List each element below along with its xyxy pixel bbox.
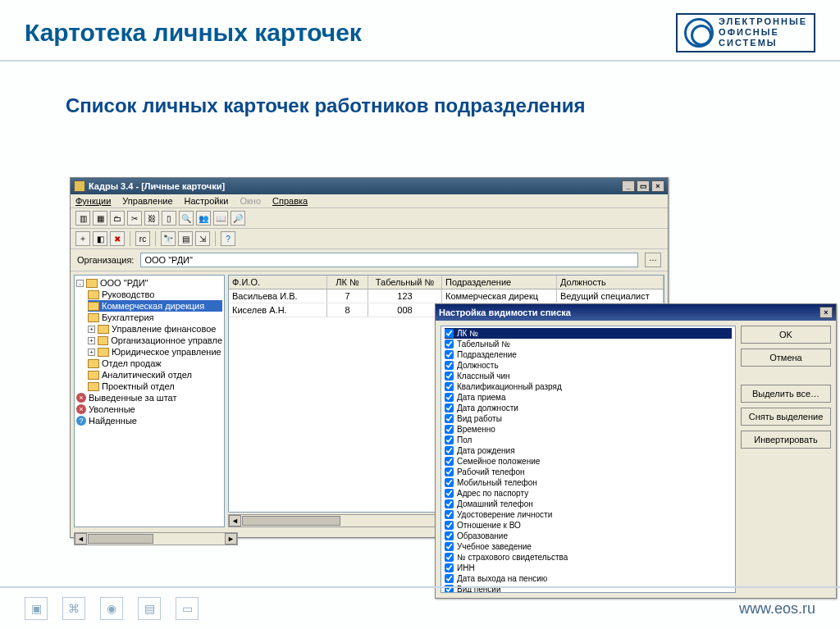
tool-book-icon[interactable]: 📖	[213, 211, 228, 226]
tool-folder-icon[interactable]: 🗀	[110, 211, 125, 226]
checkbox[interactable]	[445, 393, 454, 402]
checklist-item[interactable]: ЛК №	[445, 328, 732, 339]
invert-button[interactable]: Инвертировать	[741, 431, 831, 449]
tree-item[interactable]: Аналитический отдел	[102, 370, 192, 380]
scroll-left-icon[interactable]: ◄	[75, 533, 87, 545]
checkbox[interactable]	[445, 340, 454, 349]
titlebar[interactable]: Кадры 3.4 - [Личные карточки] _ ▭ ×	[71, 178, 668, 194]
tool-export-icon[interactable]: ⇲	[195, 231, 210, 246]
checkbox[interactable]	[445, 403, 454, 412]
checklist-item[interactable]: Временно	[445, 424, 732, 435]
checklist-item[interactable]: Подразделение	[445, 349, 732, 360]
scroll-left-icon[interactable]: ◄	[229, 515, 241, 526]
table-row[interactable]: Васильева И.В. 7 123 Коммерческая дирекц…	[229, 289, 664, 303]
tool-cut-icon[interactable]: ✂	[127, 211, 142, 226]
tool-find-icon[interactable]: 🔭	[161, 231, 176, 246]
tool-new-icon[interactable]: ＋	[75, 231, 90, 246]
checkbox[interactable]	[445, 371, 454, 381]
checklist-item[interactable]: Должность	[445, 360, 732, 371]
cancel-button[interactable]: Отмена	[741, 349, 831, 367]
column-checklist[interactable]: ЛК №Табельный №ПодразделениеДолжностьКла…	[441, 326, 736, 593]
tree-pane[interactable]: -ООО "РДИ" Руководство Коммерческая дире…	[74, 275, 225, 527]
checklist-item[interactable]: Пол	[445, 435, 732, 445]
col-fio[interactable]: Ф.И.О.	[229, 276, 327, 289]
checkbox[interactable]	[445, 563, 454, 572]
tree-item-out[interactable]: Выведенные за штат	[89, 393, 176, 403]
tool-list-icon[interactable]: ▦	[93, 211, 107, 226]
checkbox[interactable]	[445, 521, 454, 530]
checkbox[interactable]	[445, 510, 454, 519]
tree-item[interactable]: Юридическое управление	[112, 347, 221, 357]
tree-item-selected[interactable]: Коммерческая дирекция	[102, 301, 204, 311]
tree-item[interactable]: Руководство	[102, 289, 154, 299]
maximize-button[interactable]: ▭	[637, 180, 650, 192]
menu-window[interactable]: Окно	[240, 196, 261, 206]
checklist-item[interactable]: Учебное заведение	[445, 541, 732, 552]
checklist-item[interactable]: Семейное положение	[445, 456, 732, 467]
checklist-item[interactable]: Дата выхода на пенсию	[445, 573, 732, 584]
checkbox[interactable]	[445, 531, 454, 540]
checklist-item[interactable]: Адрес по паспорту	[445, 488, 732, 499]
dialog-titlebar[interactable]: Настройка видимости списка ×	[436, 304, 836, 321]
checklist-item[interactable]: Домашний телефон	[445, 499, 732, 509]
tree-item-found[interactable]: Найденные	[89, 416, 137, 426]
checkbox[interactable]	[445, 457, 454, 466]
minimize-button[interactable]: _	[622, 180, 635, 192]
checkbox[interactable]	[445, 435, 454, 444]
expand-icon[interactable]: +	[88, 337, 95, 344]
checklist-item[interactable]: Мобильный телефон	[445, 477, 732, 488]
select-all-button[interactable]: Выделить все…	[741, 385, 831, 403]
menu-settings[interactable]: Настройки	[185, 196, 229, 206]
checklist-item[interactable]: Дата приема	[445, 392, 732, 403]
tree-item[interactable]: Проектный отдел	[102, 381, 175, 391]
checkbox[interactable]	[445, 350, 454, 359]
deselect-all-button[interactable]: Снять выделение	[741, 408, 831, 426]
checklist-item[interactable]: № страхового свидетельства	[445, 552, 732, 563]
checklist-item[interactable]: Дата рождения	[445, 445, 732, 456]
tree-item-fired[interactable]: Уволенные	[89, 404, 135, 414]
checkbox[interactable]	[445, 467, 454, 476]
expand-icon[interactable]: +	[88, 326, 95, 333]
collapse-icon[interactable]: -	[76, 280, 84, 287]
expand-icon[interactable]: +	[88, 349, 95, 356]
col-lk[interactable]: ЛК №	[327, 276, 368, 289]
checkbox[interactable]	[445, 446, 454, 455]
checkbox[interactable]	[445, 478, 454, 487]
checkbox[interactable]	[445, 553, 454, 562]
tree-item[interactable]: Бухгалтерия	[102, 312, 154, 322]
checklist-item[interactable]: Классный чин	[445, 371, 732, 381]
tree-root[interactable]: ООО "РДИ"	[100, 278, 148, 288]
tool-doc-icon[interactable]: ▯	[162, 211, 176, 226]
tool-lens-icon[interactable]: 🔎	[231, 211, 245, 226]
checklist-item[interactable]: ИНН	[445, 563, 732, 573]
checkbox[interactable]	[445, 414, 454, 423]
tool-open-icon[interactable]: ◧	[93, 231, 107, 246]
tool-card-icon[interactable]: ▥	[75, 211, 90, 226]
tool-sheet-icon[interactable]: ▤	[178, 231, 193, 246]
org-browse-button[interactable]: …	[645, 253, 661, 267]
checklist-item[interactable]: Табельный №	[445, 339, 732, 349]
tool-help-icon[interactable]: ?	[221, 231, 235, 246]
checklist-item[interactable]: Отношение к ВО	[445, 520, 732, 531]
col-pos[interactable]: Должность	[557, 276, 664, 289]
checkbox[interactable]	[445, 425, 454, 434]
checkbox[interactable]	[445, 382, 454, 391]
col-dep[interactable]: Подразделение	[442, 276, 557, 289]
ok-button[interactable]: OK	[741, 326, 831, 344]
tool-zoom-icon[interactable]: 🔍	[179, 211, 194, 226]
tool-link-icon[interactable]: ⛓	[144, 211, 159, 226]
checkbox[interactable]	[445, 499, 454, 508]
tool-rc-icon[interactable]: rc	[135, 231, 150, 246]
checkbox[interactable]	[445, 329, 454, 338]
scroll-right-icon[interactable]: ►	[225, 533, 237, 545]
checkbox[interactable]	[445, 361, 454, 370]
tree-item[interactable]: Отдел продаж	[102, 358, 162, 368]
scroll-thumb[interactable]	[88, 534, 153, 544]
org-input[interactable]	[140, 253, 638, 267]
tool-people-icon[interactable]: 👥	[196, 211, 211, 226]
menu-manage[interactable]: Управление	[122, 196, 172, 206]
scroll-thumb[interactable]	[242, 516, 340, 526]
close-button[interactable]: ×	[651, 180, 664, 192]
checklist-item[interactable]: Дата должности	[445, 403, 732, 413]
checkbox[interactable]	[445, 574, 454, 583]
